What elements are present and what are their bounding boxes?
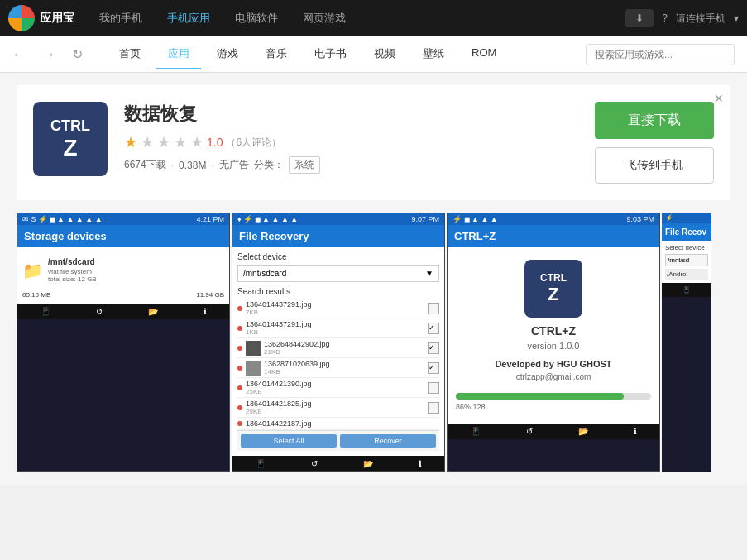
action-buttons: 直接下载 飞传到手机 (595, 102, 714, 184)
dropdown-arrow-icon: ▾ (734, 12, 739, 24)
folder-icon-3[interactable]: 📂 (578, 427, 588, 436)
app-name: 数据恢复 (124, 102, 595, 127)
refresh-icon-3[interactable]: ↺ (526, 427, 533, 436)
tab-home[interactable]: 首页 (108, 40, 152, 69)
file-name-1: 1364014437291.jpg (246, 320, 428, 328)
tab-games[interactable]: 游戏 (205, 40, 250, 69)
file-size-4: 25KB (246, 388, 428, 395)
file-name-3: 1362871020639.jpg (264, 360, 428, 368)
folder-icon-1[interactable]: 📂 (148, 307, 158, 316)
progress-container (456, 393, 651, 400)
tab-apps[interactable]: 应用 (156, 40, 201, 69)
folder-icon: 📁 (22, 261, 43, 280)
star-rating: ★ ★ ★ ★ ★ 1.0 （6人评论） (124, 133, 595, 151)
file-item-1[interactable]: 1364014437291.jpg 1KB ✓ (237, 318, 439, 338)
tab-wallpaper[interactable]: 壁纸 (411, 40, 456, 69)
app-info-section: CTRL Z 数据恢复 ★ ★ ★ ★ ★ 1.0 （6人评论） 6674下载 … (17, 85, 730, 200)
file-check-4[interactable] (428, 382, 439, 394)
file-item-0[interactable]: 1364014437291.jpg 7KB (237, 299, 439, 318)
forward-button[interactable]: → (42, 47, 55, 62)
nav-item-pcsoftware[interactable]: 电脑软件 (235, 11, 278, 26)
direct-download-button[interactable]: 直接下载 (595, 102, 714, 139)
top-nav-items: 我的手机 手机应用 电脑软件 网页游戏 (99, 11, 625, 26)
tab-ebooks[interactable]: 电子书 (303, 40, 358, 69)
title-bar-4: File Recov (662, 223, 711, 241)
file-name-2: 1362648442902.jpg (264, 340, 428, 348)
nav-item-webgames[interactable]: 网页游戏 (303, 11, 346, 26)
tab-music[interactable]: 音乐 (254, 40, 299, 69)
partial-path: /mnt/sd (665, 254, 708, 266)
file-size-2: 21KB (264, 348, 428, 356)
status-bar-3: ⚡ ◼ ▲ ▲ ▲ 9:03 PM (448, 213, 659, 225)
select-all-button[interactable]: Select All (241, 434, 337, 448)
screenshot-2: ♦ ⚡ ◼ ▲ ▲ ▲ ▲ 9:07 PM File Recovery Sele… (232, 213, 445, 472)
star-3: ★ (157, 133, 170, 151)
info-icon-2[interactable]: ℹ (419, 459, 422, 468)
file-check-5[interactable] (428, 402, 439, 414)
nav-item-phoneapps[interactable]: 手机应用 (167, 11, 210, 26)
size-text: 0.38M (179, 160, 206, 171)
file-name-6: 1364014422187.jpg (246, 419, 439, 428)
refresh-icon-2[interactable]: ↺ (311, 459, 318, 468)
file-check-3[interactable]: ✓ (428, 362, 439, 374)
transfer-button[interactable]: 飞传到手机 (595, 147, 714, 184)
ctrlz-app-name: CTRL+Z (531, 324, 576, 337)
device-path: /mnt/sdcard (243, 269, 286, 278)
file-check-2[interactable]: ✓ (428, 342, 439, 354)
file-check-0[interactable] (428, 303, 439, 314)
file-item-4[interactable]: 1364014421390.jpg 25KB (237, 378, 439, 398)
connect-text[interactable]: 请连接手机 (676, 12, 725, 26)
star-2: ★ (141, 133, 154, 151)
file-dot-5 (237, 405, 242, 410)
phone-screen-1: ✉ S ⚡ ◼ ▲ ▲ ▲ ▲ ▲ 4:21 PM Storage device… (17, 213, 229, 304)
title-bar-3: CTRL+Z (448, 225, 659, 247)
tab-rom[interactable]: ROM (460, 40, 508, 69)
star-5: ★ (190, 133, 204, 151)
close-icon[interactable]: ✕ (714, 92, 724, 105)
app-icon: CTRL Z (33, 102, 108, 176)
file-dot-2 (237, 346, 242, 351)
file-item-3[interactable]: 1362871020639.jpg 14KB ✓ (237, 358, 439, 378)
logo-icon (8, 5, 35, 31)
file-item-2[interactable]: 1362648442902.jpg 21KB ✓ (237, 338, 439, 358)
nav-item-myphone[interactable]: 我的手机 (99, 11, 142, 26)
ctrlz-version: version 1.0.0 (528, 341, 580, 351)
storage-total: total size: 12 GB (48, 275, 97, 283)
ctrlz-line1: CTRL (540, 272, 567, 284)
device-dropdown[interactable]: /mnt/sdcard ▼ (237, 265, 439, 282)
folder-icon-2[interactable]: 📂 (363, 459, 373, 468)
ctrlz-icon-big: CTRL Z (524, 260, 582, 318)
file-item-6[interactable]: 1364014422187.jpg (237, 418, 439, 430)
file-dot-0 (237, 306, 242, 311)
total-size: 11.94 GB (196, 291, 224, 299)
file-check-1[interactable]: ✓ (428, 323, 439, 334)
phone-screen-3: ⚡ ◼ ▲ ▲ ▲ 9:03 PM CTRL+Z CTRL Z CTRL+Z v… (448, 213, 659, 424)
progress-bar (456, 393, 624, 400)
download-top-button[interactable]: ⬇ (625, 9, 654, 27)
partial-content: Select device /mnt/sd /Androi (662, 241, 711, 283)
app-icon-line2: Z (63, 135, 77, 161)
search-input[interactable] (586, 44, 735, 65)
screenshot-1: ✉ S ⚡ ◼ ▲ ▲ ▲ ▲ ▲ 4:21 PM Storage device… (17, 213, 230, 472)
phone-icon-2: 📱 (256, 459, 266, 468)
status-icons-3: ⚡ ◼ ▲ ▲ ▲ (453, 215, 498, 223)
title-bar-1: Storage devices (17, 225, 229, 247)
screenshot-4: ⚡ File Recov Select device /mnt/sd /Andr… (662, 213, 711, 472)
recover-button[interactable]: Recover (340, 434, 436, 448)
refresh-button[interactable]: ↻ (72, 46, 83, 62)
refresh-icon-1[interactable]: ↺ (96, 307, 103, 316)
back-button[interactable]: ← (12, 47, 26, 62)
file-size-3: 14KB (264, 368, 428, 376)
screenshots-strip: ✉ S ⚡ ◼ ▲ ▲ ▲ ▲ ▲ 4:21 PM Storage device… (17, 213, 730, 472)
file-item-5[interactable]: 1364014421825.jpg 29KB (237, 398, 439, 418)
ctrlz-developer: Developed by HGU GHOST (495, 359, 611, 369)
tab-video[interactable]: 视频 (362, 40, 407, 69)
bottom-actions-2: Select All Recover (237, 430, 439, 451)
file-size-0: 7KB (246, 309, 428, 316)
storage-sizes: 65.16 MB 11.94 GB (22, 291, 224, 299)
info-icon-3[interactable]: ℹ (634, 427, 637, 436)
rating-count: （6人评论） (226, 136, 281, 150)
status-icons-1: ✉ S ⚡ ◼ ▲ ▲ ▲ ▲ ▲ (22, 215, 103, 223)
star-1: ★ (124, 133, 137, 151)
info-icon-1[interactable]: ℹ (204, 307, 207, 316)
